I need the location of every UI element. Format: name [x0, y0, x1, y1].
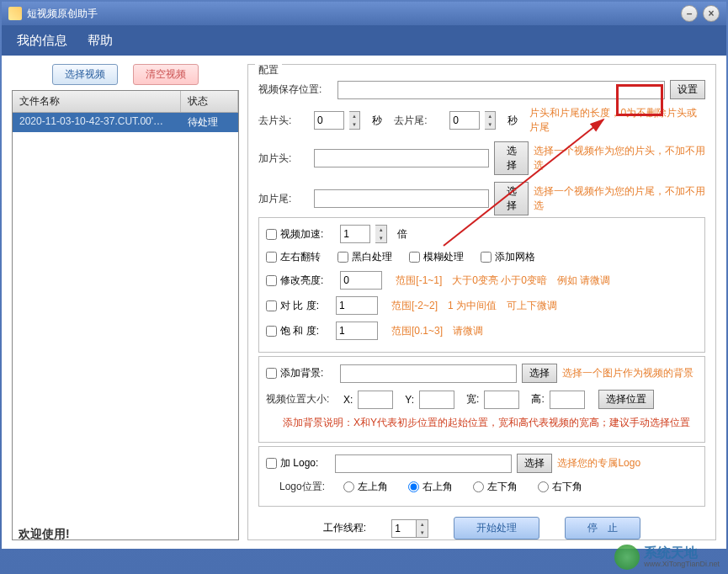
choose-bg-button[interactable]: 选择	[522, 364, 557, 383]
speed-unit: 倍	[397, 227, 407, 242]
col-filename: 文件名称	[13, 91, 181, 112]
stop-button[interactable]: 停 止	[565, 517, 640, 539]
choose-logo-button[interactable]: 选择	[517, 454, 552, 473]
set-location-button[interactable]: 设置	[670, 80, 705, 99]
background-group: 添加背景: 选择 选择一个图片作为视频的背景 视频位置大小: X: Y: 宽: …	[258, 356, 705, 443]
trim-tail-label: 去片尾:	[394, 114, 444, 128]
trim-hint: 片头和片尾的长度，0为不删除片头或片尾	[529, 106, 705, 135]
watermark-url: www.XiTongTianDi.net	[644, 560, 720, 568]
threads-label: 工作线程:	[323, 521, 366, 535]
watermark: 系统天地 www.XiTongTianDi.net	[614, 545, 720, 570]
logo-group: 加 Logo: 选择 选择您的专属Logo Logo位置: 左上角 右上角 左下…	[258, 446, 705, 507]
x-label: X:	[343, 394, 353, 406]
cell-status: 待处理	[181, 113, 238, 132]
app-icon	[8, 7, 22, 20]
left-panel: 选择视频 清空视频 文件名称 状态 2020-11-03-10-42-37.CU…	[12, 64, 239, 540]
trim-head-input[interactable]	[314, 111, 344, 130]
pos-bl-radio[interactable]: 左下角	[473, 480, 518, 494]
logo-input[interactable]	[335, 454, 512, 473]
speed-input[interactable]	[340, 225, 370, 243]
seconds-label-2: 秒	[507, 114, 518, 128]
blur-checkbox[interactable]: 模糊处理	[409, 250, 464, 264]
config-panel: 配置 视频保存位置: 设置 去片头: ▲▼ 秒 去片尾: ▲▼ 秒 片头和片尾的…	[247, 64, 716, 540]
add-head-hint: 选择一个视频作为您的片头，不加不用选	[534, 144, 705, 173]
h-input[interactable]	[550, 391, 585, 409]
w-input[interactable]	[484, 391, 519, 409]
col-status: 状态	[181, 91, 238, 112]
cell-filename: 2020-11-03-10-42-37.CUT.00'…	[13, 113, 181, 132]
watermark-icon	[614, 545, 640, 570]
contrast-checkbox[interactable]: 对 比 度:	[266, 299, 319, 313]
brightness-checkbox[interactable]: 修改亮度:	[266, 274, 323, 288]
trim-head-spinner[interactable]: ▲▼	[349, 111, 360, 130]
x-input[interactable]	[358, 391, 393, 409]
content-area: 选择视频 清空视频 文件名称 状态 2020-11-03-10-42-37.CU…	[2, 56, 726, 549]
titlebar: 短视频原创助手 – ×	[2, 2, 726, 25]
menu-my-info[interactable]: 我的信息	[17, 33, 67, 49]
menu-help[interactable]: 帮助	[88, 33, 113, 49]
threads-spinner[interactable]: ▲▼	[417, 519, 428, 538]
minimize-button[interactable]: –	[681, 5, 698, 22]
bg-checkbox[interactable]: 添加背景:	[266, 366, 323, 380]
close-button[interactable]: ×	[703, 5, 720, 22]
logo-checkbox[interactable]: 加 Logo:	[266, 456, 318, 470]
start-button[interactable]: 开始处理	[454, 517, 539, 539]
choose-tail-button[interactable]: 选择	[494, 182, 529, 215]
brightness-input[interactable]	[340, 271, 382, 290]
flip-checkbox[interactable]: 左右翻转	[266, 250, 321, 264]
seconds-label-1: 秒	[372, 114, 382, 128]
bg-input[interactable]	[340, 364, 517, 383]
pos-tl-radio[interactable]: 左上角	[343, 480, 388, 494]
contrast-input[interactable]	[336, 296, 378, 315]
add-tail-label: 加片尾:	[258, 192, 309, 206]
add-tail-input[interactable]	[314, 189, 489, 208]
select-video-button[interactable]: 选择视频	[52, 64, 118, 85]
menubar: 我的信息 帮助	[2, 25, 726, 56]
watermark-name: 系统天地	[644, 546, 720, 560]
speed-checkbox[interactable]: 视频加速:	[266, 227, 323, 242]
saturation-input[interactable]	[336, 322, 378, 340]
brightness-hint: 范围[-1~1] 大于0变亮 小于0变暗 例如 请微调	[396, 274, 610, 288]
choose-position-button[interactable]: 选择位置	[598, 390, 654, 409]
saturation-checkbox[interactable]: 饱 和 度:	[266, 324, 319, 338]
h-label: 高:	[531, 392, 544, 407]
bg-note: 添加背景说明：X和Y代表初步位置的起始位置，宽和高代表视频的宽高；建议手动选择位…	[283, 416, 690, 430]
table-row[interactable]: 2020-11-03-10-42-37.CUT.00'… 待处理	[13, 113, 238, 132]
y-input[interactable]	[419, 391, 454, 409]
add-head-input[interactable]	[314, 149, 489, 167]
speed-spinner[interactable]: ▲▼	[375, 225, 387, 243]
video-table: 文件名称 状态 2020-11-03-10-42-37.CUT.00'… 待处理	[12, 90, 239, 540]
y-label: Y:	[405, 394, 414, 406]
bg-hint: 选择一个图片作为视频的背景	[562, 366, 693, 380]
pos-tr-radio[interactable]: 右上角	[408, 480, 453, 494]
add-tail-hint: 选择一个视频作为您的片尾，不加不用选	[534, 184, 705, 213]
w-label: 宽:	[466, 392, 479, 407]
contrast-hint: 范围[-2~2] 1 为中间值 可上下微调	[391, 299, 557, 313]
effects-group: 视频加速: ▲▼ 倍 左右翻转 黑白处理 模糊处理 添加网格 修改亮度: 范围[…	[258, 217, 705, 353]
app-title: 短视频原创助手	[27, 7, 98, 21]
pos-size-label: 视频位置大小:	[266, 392, 338, 407]
trim-tail-input[interactable]	[449, 111, 480, 130]
threads-input[interactable]	[391, 519, 417, 538]
choose-head-button[interactable]: 选择	[494, 141, 529, 175]
save-location-label: 视频保存位置:	[258, 82, 332, 97]
grid-checkbox[interactable]: 添加网格	[481, 250, 535, 264]
add-head-label: 加片头:	[258, 151, 309, 166]
logo-pos-label: Logo位置:	[279, 480, 338, 494]
save-location-input[interactable]	[337, 81, 665, 99]
status-text: 欢迎使用!	[19, 527, 70, 542]
config-legend: 配置	[255, 63, 282, 77]
trim-head-label: 去片头:	[258, 114, 309, 128]
logo-hint: 选择您的专属Logo	[557, 456, 640, 470]
pos-br-radio[interactable]: 右下角	[538, 480, 582, 494]
clear-video-button[interactable]: 清空视频	[133, 64, 199, 85]
saturation-hint: 范围[0.1~3] 请微调	[391, 324, 483, 338]
trim-tail-spinner[interactable]: ▲▼	[485, 111, 496, 130]
app-window: 短视频原创助手 – × 我的信息 帮助 选择视频 清空视频 文件名称 状态 20…	[0, 0, 728, 574]
bw-checkbox[interactable]: 黑白处理	[337, 250, 392, 264]
